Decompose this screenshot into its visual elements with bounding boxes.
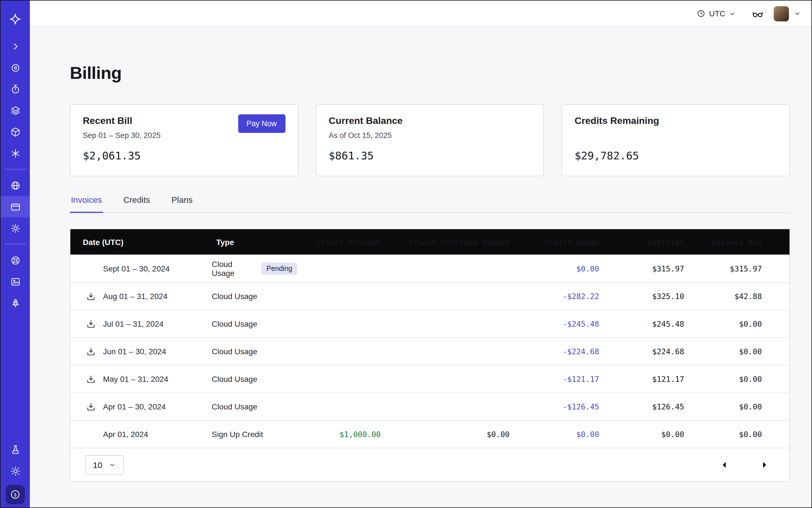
table-row[interactable]: Jun 01 – 30, 2024 Cloud Usage -$224.68 $… xyxy=(71,337,789,365)
download-icon xyxy=(86,291,96,301)
col-balance-due: Balance Due xyxy=(689,238,789,246)
pay-now-button[interactable]: Pay Now xyxy=(238,114,285,133)
sidebar-item-image[interactable] xyxy=(1,271,30,292)
balance-due-value: $0.00 xyxy=(689,319,789,328)
timezone-label: UTC xyxy=(709,9,725,18)
invoice-date: Apr 01 – 30, 2024 xyxy=(103,402,166,411)
table-header: Date (UTC) Type Credit Granted Credit Pu… xyxy=(71,229,789,255)
invoice-date: Jun 01 – 30, 2024 xyxy=(103,347,166,356)
table-row[interactable]: Apr 01 – 30, 2024 Cloud Usage -$126.45 $… xyxy=(71,392,789,420)
flask-icon xyxy=(10,444,20,455)
sidebar-item-globe[interactable] xyxy=(1,175,30,196)
table-row[interactable]: Sept 01 – 30, 2024 Cloud Usage Pending $… xyxy=(71,255,789,282)
credits-remaining-amount: $29,782.65 xyxy=(575,149,777,162)
sidebar-item-rocket[interactable] xyxy=(1,292,30,314)
app-logo[interactable] xyxy=(9,13,22,25)
col-date: Date (UTC) xyxy=(71,238,212,246)
download-invoice-button[interactable] xyxy=(86,347,96,356)
sidebar-item-asterisk[interactable] xyxy=(1,142,30,164)
download-invoice-button[interactable] xyxy=(86,374,96,384)
card-title: Current Balance xyxy=(329,116,531,127)
balance-due-value: $42.88 xyxy=(689,292,789,301)
credit-usage-value: -$121.17 xyxy=(514,375,604,384)
sidebar-item-dollar[interactable] xyxy=(6,485,25,504)
page-size-value: 10 xyxy=(93,460,102,470)
sidebar-divider xyxy=(4,169,26,170)
download-icon xyxy=(86,402,96,412)
sidebar-divider xyxy=(4,244,26,245)
user-menu-chevron-down-icon[interactable] xyxy=(794,9,801,17)
credit-usage-value: -$224.68 xyxy=(514,347,604,356)
glasses-icon xyxy=(752,8,764,19)
invoice-date: Apr 01, 2024 xyxy=(103,430,148,439)
sidebar-item-chevron-right[interactable] xyxy=(1,36,30,57)
avatar[interactable] xyxy=(774,6,789,21)
tab-credits[interactable]: Credits xyxy=(122,195,151,212)
dollar-icon xyxy=(9,489,21,500)
table-row[interactable]: May 01 – 31, 2024 Cloud Usage -$121.17 $… xyxy=(71,365,789,392)
timezone-selector[interactable]: UTC xyxy=(696,9,736,18)
col-subtotal: Subtotal xyxy=(604,238,689,246)
subtotal-value: $121.17 xyxy=(604,375,689,384)
main-area: UTC Billing Recent Bill Sep 01 – Sep 30, xyxy=(30,1,812,508)
balance-due-value: $315.97 xyxy=(689,264,789,273)
table-row[interactable]: Apr 01, 2024 Sign Up Credit $1,000.00 $0… xyxy=(71,420,789,448)
radar-icon xyxy=(10,62,20,73)
sidebar-item-credit-card[interactable] xyxy=(1,196,30,217)
sidebar-bottom xyxy=(1,439,30,504)
col-credit-purchase-amount: Credit Purchase Amount xyxy=(385,238,514,246)
timer-icon xyxy=(10,84,20,94)
summary-cards: Recent Bill Sep 01 – Sep 30, 2025 $2,061… xyxy=(70,104,790,176)
subtotal-value: $325.10 xyxy=(604,292,689,301)
sidebar-item-radar[interactable] xyxy=(1,57,30,78)
rocket-icon xyxy=(10,298,20,308)
download-invoice-button[interactable] xyxy=(86,291,96,301)
topbar: UTC xyxy=(30,1,812,27)
status-badge: Pending xyxy=(261,262,297,274)
sidebar-item-support[interactable] xyxy=(1,250,30,271)
app-window: UTC Billing Recent Bill Sep 01 – Sep 30, xyxy=(0,0,812,508)
credit-card-icon xyxy=(10,201,20,212)
current-balance-card: Current Balance As of Oct 15, 2025 $861.… xyxy=(315,104,544,176)
download-invoice-button[interactable] xyxy=(86,402,96,412)
sidebar-item-gear[interactable] xyxy=(1,217,30,239)
billing-tabs: Invoices Credits Plans xyxy=(70,195,790,213)
gear-icon xyxy=(10,223,20,234)
arrow-right-icon[interactable] xyxy=(756,459,768,471)
subtotal-value: $224.68 xyxy=(604,347,689,356)
layers-icon xyxy=(10,105,20,116)
download-icon xyxy=(86,374,96,384)
sidebar-item-sun[interactable] xyxy=(1,460,30,481)
sidebar-item-cube[interactable] xyxy=(1,121,30,142)
cube-icon xyxy=(10,126,20,137)
table-row[interactable]: Aug 01 – 31, 2024 Cloud Usage -$282.22 $… xyxy=(71,282,789,310)
invoice-type: Cloud Usage xyxy=(212,319,257,328)
image-icon xyxy=(10,276,20,287)
credit-usage-value: -$126.45 xyxy=(514,402,604,411)
invoice-date: Aug 01 – 31, 2024 xyxy=(103,292,168,301)
tab-invoices[interactable]: Invoices xyxy=(70,195,103,213)
table-row[interactable]: Jul 01 – 31, 2024 Cloud Usage -$245.48 $… xyxy=(71,310,789,337)
pager-arrows xyxy=(721,459,775,471)
download-invoice-button[interactable] xyxy=(86,319,96,329)
sidebar-item-layers[interactable] xyxy=(1,100,30,121)
invoice-type: Cloud Usage xyxy=(212,259,256,278)
arrow-left-icon[interactable] xyxy=(721,459,733,471)
chevron-down-icon xyxy=(729,10,736,17)
sidebar-item-timer[interactable] xyxy=(1,78,30,100)
page-size-select[interactable]: 10 xyxy=(85,455,124,475)
sidebar-item-flask[interactable] xyxy=(1,439,30,460)
recent-bill-amount: $2,061.35 xyxy=(83,149,285,162)
credit-usage-value: $0.00 xyxy=(514,264,604,273)
page-title: Billing xyxy=(70,63,790,83)
subtotal-value: $0.00 xyxy=(604,430,689,439)
balance-due-value: $0.00 xyxy=(689,430,789,439)
col-credit-granted: Credit Granted xyxy=(302,238,385,246)
credits-remaining-card: Credits Remaining $29,782.65 xyxy=(562,104,790,176)
credit-purchase-value: $0.00 xyxy=(385,430,514,439)
credit-usage-value: -$282.22 xyxy=(514,292,604,301)
download-icon xyxy=(86,319,96,329)
tab-plans[interactable]: Plans xyxy=(170,195,194,212)
invoice-type: Cloud Usage xyxy=(212,292,257,301)
glasses-button[interactable] xyxy=(752,8,764,19)
